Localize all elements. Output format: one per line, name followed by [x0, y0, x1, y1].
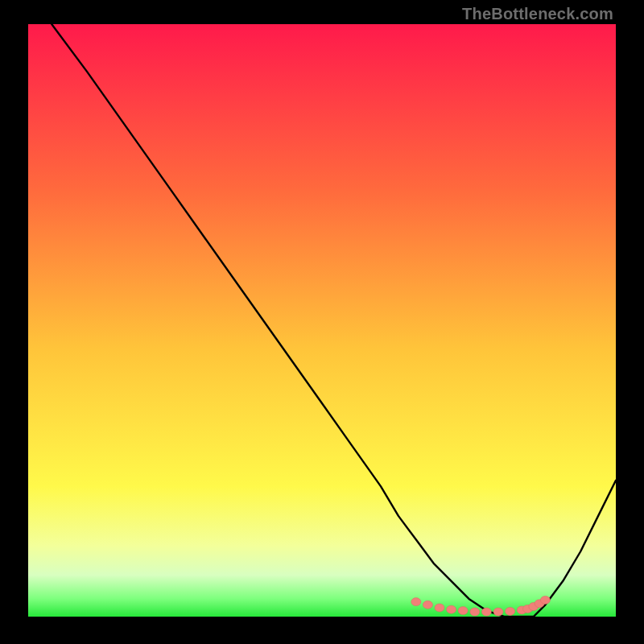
watermark-text: TheBottleneck.com: [462, 5, 613, 23]
chart-frame: TheBottleneck.com: [0, 0, 644, 644]
highlight-dot: [540, 596, 550, 604]
highlight-dot: [458, 607, 468, 615]
highlight-dot: [493, 608, 503, 616]
highlight-dot: [470, 608, 480, 616]
plot-area: [28, 24, 616, 617]
highlight-dot: [506, 607, 515, 615]
highlight-dot: [447, 605, 456, 613]
highlight-dot: [423, 601, 432, 609]
highlight-dot: [411, 598, 421, 606]
highlight-dot: [435, 604, 444, 612]
highlight-dot: [481, 608, 491, 616]
chart-svg: [28, 24, 616, 617]
